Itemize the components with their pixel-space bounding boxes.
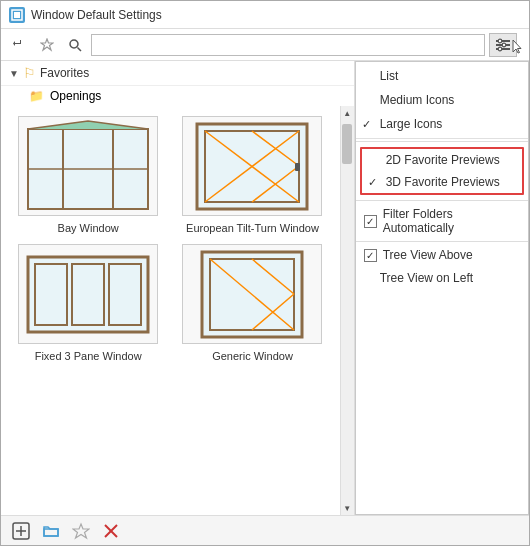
svg-point-3 bbox=[70, 40, 78, 48]
window-title: Window Default Settings bbox=[31, 8, 162, 22]
dropdown-panel: List Medium Icons Large Icons 2D Favorit… bbox=[355, 61, 529, 515]
star-button[interactable] bbox=[35, 33, 59, 57]
main-area: ▼ ⚐ Favorites 📁 Openings bbox=[1, 61, 529, 515]
svg-rect-25 bbox=[295, 163, 300, 171]
favorites-header[interactable]: ▼ ⚐ Favorites bbox=[1, 61, 354, 86]
fixed-window-label: Fixed 3 Pane Window bbox=[35, 350, 142, 362]
title-bar: Window Default Settings bbox=[1, 1, 529, 29]
openings-folder-icon: 📁 bbox=[29, 89, 44, 103]
scrollbar[interactable]: ▲ ▼ bbox=[340, 106, 354, 515]
separator-2 bbox=[356, 200, 528, 201]
search-input[interactable] bbox=[91, 34, 485, 56]
scroll-down-arrow[interactable]: ▼ bbox=[340, 501, 354, 515]
favorites-folder-icon: ⚐ bbox=[23, 65, 36, 81]
folder-button[interactable] bbox=[39, 520, 63, 542]
tree-panel: ▼ ⚐ Favorites 📁 Openings bbox=[1, 61, 355, 515]
favorite-button[interactable] bbox=[69, 520, 93, 542]
list-item[interactable]: Bay Window bbox=[11, 116, 165, 234]
cursor bbox=[511, 39, 523, 55]
svg-marker-39 bbox=[73, 524, 89, 538]
tree-view-above-option[interactable]: ✓ Tree View Above bbox=[356, 244, 528, 266]
2d-previews-option[interactable]: 2D Favorite Previews bbox=[362, 149, 522, 171]
svg-point-8 bbox=[498, 39, 502, 43]
svg-point-9 bbox=[502, 43, 506, 47]
eu-window-preview bbox=[182, 116, 322, 216]
tree-view-left-option[interactable]: Tree View on Left bbox=[356, 266, 528, 290]
separator-3 bbox=[356, 241, 528, 242]
scroll-up-arrow[interactable]: ▲ bbox=[340, 106, 354, 120]
back-button[interactable] bbox=[7, 33, 31, 57]
svg-point-10 bbox=[498, 47, 502, 51]
list-item[interactable]: Fixed 3 Pane Window bbox=[11, 244, 165, 362]
window-grid: Bay Window bbox=[1, 106, 340, 515]
list-item[interactable]: European Tilt-Turn Window bbox=[175, 116, 329, 234]
list-option[interactable]: List bbox=[356, 64, 528, 88]
large-icons-option[interactable]: Large Icons bbox=[356, 112, 528, 136]
bay-window-preview bbox=[18, 116, 158, 216]
bay-window-label: Bay Window bbox=[58, 222, 119, 234]
openings-item[interactable]: 📁 Openings bbox=[1, 86, 354, 106]
favorites-label: Favorites bbox=[40, 66, 89, 80]
generic-window-label: Generic Window bbox=[212, 350, 293, 362]
svg-marker-11 bbox=[513, 40, 521, 53]
scroll-thumb[interactable] bbox=[342, 124, 352, 164]
status-bar bbox=[1, 515, 529, 545]
generic-window-preview bbox=[182, 244, 322, 344]
svg-rect-1 bbox=[14, 12, 20, 18]
svg-line-4 bbox=[78, 47, 82, 51]
filter-folders-checkbox[interactable]: ✓ bbox=[364, 215, 377, 228]
window-icon bbox=[9, 7, 25, 23]
svg-marker-2 bbox=[41, 39, 53, 50]
tree-collapse-icon[interactable]: ▼ bbox=[9, 68, 19, 79]
svg-rect-26 bbox=[28, 257, 148, 332]
openings-label: Openings bbox=[50, 89, 101, 103]
toolbar bbox=[1, 29, 529, 61]
search-button[interactable] bbox=[63, 33, 87, 57]
3d-previews-option[interactable]: 3D Favorite Previews bbox=[362, 171, 522, 193]
separator-1 bbox=[356, 141, 528, 142]
tree-view-above-checkbox[interactable]: ✓ bbox=[364, 249, 377, 262]
delete-button[interactable] bbox=[99, 520, 123, 542]
filter-folders-option[interactable]: ✓ Filter Folders Automatically bbox=[356, 203, 528, 239]
fixed-window-preview bbox=[18, 244, 158, 344]
list-item[interactable]: Generic Window bbox=[175, 244, 329, 362]
main-window: Window Default Settings bbox=[0, 0, 530, 546]
previews-section: 2D Favorite Previews 3D Favorite Preview… bbox=[360, 147, 524, 195]
view-section: List Medium Icons Large Icons bbox=[356, 62, 528, 139]
eu-window-label: European Tilt-Turn Window bbox=[186, 222, 319, 234]
medium-icons-option[interactable]: Medium Icons bbox=[356, 88, 528, 112]
svg-rect-38 bbox=[44, 529, 58, 536]
add-button[interactable] bbox=[9, 520, 33, 542]
